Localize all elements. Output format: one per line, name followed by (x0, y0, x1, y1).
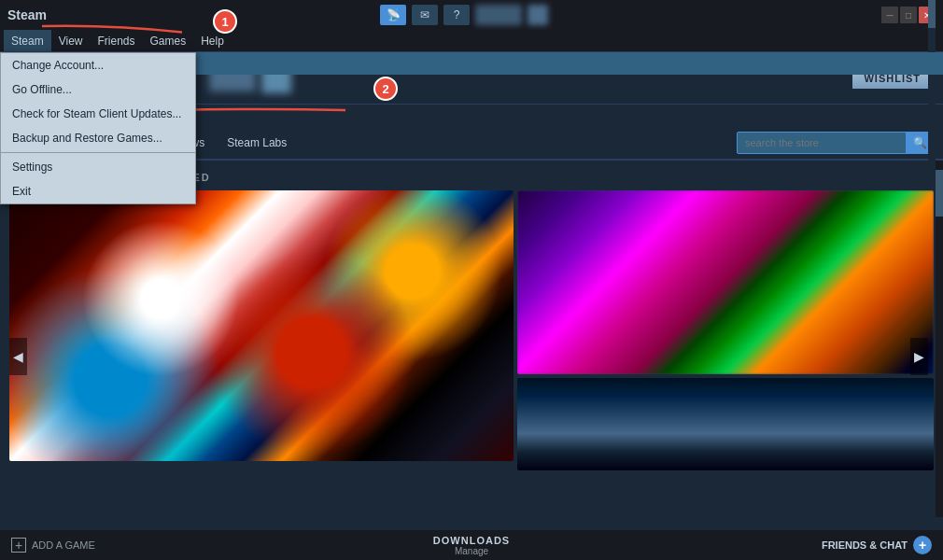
mail-button[interactable]: ✉ (412, 5, 438, 25)
bottom-bar: + ADD A GAME DOWNLOADS Manage FRIENDS & … (0, 530, 943, 560)
avatar-small (528, 5, 548, 25)
add-game-button[interactable]: + ADD A GAME (11, 538, 95, 553)
downloads-manage-label: Manage (433, 546, 510, 556)
main-scrollbar-thumb[interactable] (936, 170, 943, 217)
main-content: FEATURED & RECOMMENDED ◀ ▶ (0, 161, 943, 517)
friends-chat-label: FRIENDS & CHAT (822, 539, 908, 551)
featured-prev-arrow[interactable]: ◀ (9, 338, 27, 375)
minimize-button[interactable]: ─ (881, 7, 898, 23)
downloads-button[interactable]: DOWNLOADS Manage (433, 535, 510, 556)
dropdown-item-settings[interactable]: Settings (1, 155, 195, 179)
featured-area (0, 190, 943, 470)
broadcast-button[interactable]: 📡 (380, 5, 406, 25)
nav-scrollbar-thumb[interactable] (928, 0, 936, 28)
featured-side-top-art (517, 190, 934, 374)
maximize-button[interactable]: □ (900, 7, 917, 23)
featured-game-art (9, 190, 514, 461)
friends-chat-button[interactable]: FRIENDS & CHAT + (822, 536, 932, 554)
featured-side-panel (517, 190, 934, 470)
annotation-arrow-2 (168, 91, 355, 138)
help-button[interactable]: ? (443, 5, 470, 25)
dropdown-item-go-offline[interactable]: Go Offline... (1, 77, 195, 102)
dropdown-divider (1, 152, 195, 153)
downloads-label: DOWNLOADS (433, 535, 510, 546)
title-bar-icons: 📡 ✉ ? (380, 5, 548, 25)
featured-side-bottom-image[interactable] (517, 378, 934, 470)
dropdown-item-backup-restore[interactable]: Backup and Restore Games... (1, 126, 195, 150)
featured-next-arrow[interactable]: ▶ (910, 338, 928, 375)
featured-side-bottom-art (517, 378, 934, 470)
steam-dropdown-menu: Change Account... Go Offline... Check fo… (0, 52, 196, 204)
add-game-label: ADD A GAME (32, 539, 95, 551)
friends-plus-icon: + (913, 536, 932, 554)
annotation-1: 1 (213, 9, 237, 34)
annotation-2: 2 (373, 77, 398, 101)
search-input[interactable] (738, 133, 906, 152)
steamlabs-label: Steam Labs (227, 136, 287, 149)
featured-main-image[interactable] (9, 190, 514, 461)
dropdown-item-check-updates[interactable]: Check for Steam Client Updates... (1, 102, 195, 126)
username-display (475, 5, 522, 25)
dropdown-item-exit[interactable]: Exit (1, 179, 195, 203)
dropdown-item-change-account[interactable]: Change Account... (1, 53, 195, 77)
add-plus-icon: + (11, 538, 26, 553)
main-scrollbar (936, 161, 943, 517)
featured-side-top-image[interactable] (517, 190, 934, 374)
store-search: 🔍 (737, 132, 936, 154)
